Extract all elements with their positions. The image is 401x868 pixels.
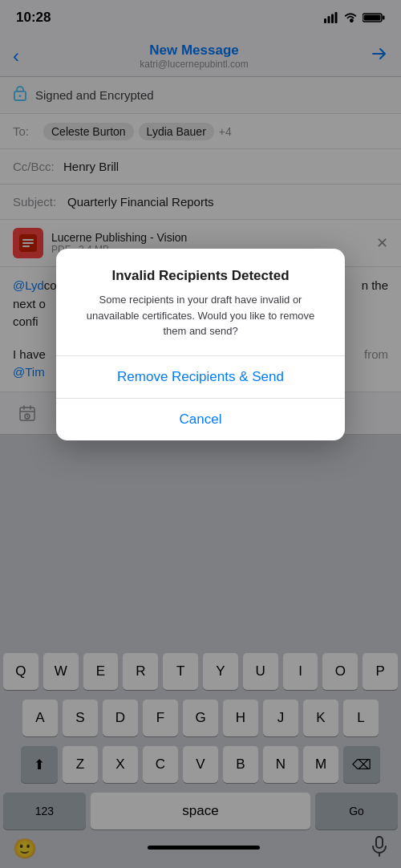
remove-recipients-button[interactable]: Remove Recipients & Send <box>56 356 345 399</box>
dialog-message: Some recipients in your draft have inval… <box>72 292 329 355</box>
dialog-actions: Remove Recipients & Send Cancel <box>56 355 345 440</box>
dialog-title: Invalid Recipients Detected <box>72 268 329 284</box>
dialog-overlay: Invalid Recipients Detected Some recipie… <box>0 0 401 868</box>
alert-dialog: Invalid Recipients Detected Some recipie… <box>56 249 345 440</box>
cancel-button[interactable]: Cancel <box>56 399 345 440</box>
dialog-content: Invalid Recipients Detected Some recipie… <box>56 249 345 355</box>
